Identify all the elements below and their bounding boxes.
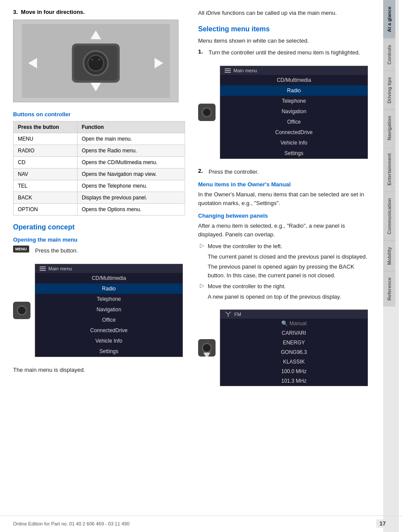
page-footer: Online Edition for Part no. 01 40 2 606 … xyxy=(0,515,402,528)
step1-num: 1. xyxy=(198,48,205,57)
function-cell: Opens the CD/Multimedia menu. xyxy=(77,157,185,168)
fm-menu-item: KLASSIK xyxy=(220,357,367,367)
fm-antenna-icon xyxy=(225,312,232,317)
press-button-text: Press the button. xyxy=(35,246,78,255)
right-menu-item: Office xyxy=(220,117,367,127)
changing-panels-title: Changing between panels xyxy=(198,212,370,219)
right-menu-item: Navigation xyxy=(220,106,367,117)
small-controller-center-left xyxy=(17,306,27,315)
fm-menu-items-container: 🔍ManualCARIVARIENERGYGONG96.3KLASSIK100.… xyxy=(220,319,367,386)
fm-menu-item: 🔍Manual xyxy=(220,319,367,328)
fm-menu-item: CARIVARI xyxy=(220,328,367,338)
function-cell: Opens the Options menu. xyxy=(77,204,185,215)
button-cell: CD xyxy=(13,157,78,168)
main-menu-displayed-text: The main menu is displayed. xyxy=(13,366,185,374)
menu-items-owners-title: Menu items in the Owner's Manual xyxy=(198,181,370,188)
small-controller-fm xyxy=(198,339,216,357)
bullet1-main-text: Move the controller to the left. xyxy=(208,242,370,251)
fm-menu-item: 101.3 MHz xyxy=(220,376,367,386)
bullet1-sub2-text: The previous panel is opened again by pr… xyxy=(208,263,370,279)
buttons-section-title: Buttons on controller xyxy=(13,111,185,118)
footer-text: Online Edition for Part no. 01 40 2 606 … xyxy=(13,521,129,526)
left-menu-item: Navigation xyxy=(35,304,182,315)
step1-item: 1. Turn the controller until the desired… xyxy=(198,48,370,57)
button-cell: NAV xyxy=(13,168,78,180)
fm-menu-item: ENERGY xyxy=(220,338,367,347)
button-cell: BACK xyxy=(13,192,78,204)
left-menu-item: CD/Multimedia xyxy=(35,273,182,283)
button-cell: TEL xyxy=(13,180,78,192)
small-controller-right xyxy=(198,104,216,121)
controller-svg xyxy=(22,24,170,98)
function-cell: Opens the Telephone menu. xyxy=(77,180,185,192)
sidebar-tabs: At a glanceControlsDriving tipsNavigatio… xyxy=(383,0,399,532)
right-menu-item: ConnectedDrive xyxy=(220,127,367,138)
table-row: RADIOOpens the Radio menu. xyxy=(13,145,185,157)
left-menu-items-container: CD/MultimediaRadioTelephoneNavigationOff… xyxy=(35,273,182,357)
menu-items-owners-text: In the Owner's Manual, menu items that c… xyxy=(198,190,370,207)
sidebar-tab-mobility[interactable]: Mobility xyxy=(383,240,395,271)
operating-concept-title: Operating concept xyxy=(13,223,185,231)
step3-number: 3. xyxy=(13,9,18,15)
button-cell: OPTION xyxy=(13,204,78,215)
function-cell: Opens the Navigation map view. xyxy=(77,168,185,180)
function-cell: Opens the Radio menu. xyxy=(77,145,185,157)
button-cell: RADIO xyxy=(13,145,78,157)
table-header-function: Function xyxy=(77,121,185,133)
left-menu-item: ConnectedDrive xyxy=(35,325,182,336)
right-menu-item: Telephone xyxy=(220,96,367,106)
sidebar-tab-communication[interactable]: Communication xyxy=(383,192,395,240)
left-menu-item: Office xyxy=(35,315,182,325)
button-cell: MENU xyxy=(13,133,78,145)
controller-image xyxy=(13,20,179,102)
sidebar-tab-reference[interactable]: Reference xyxy=(383,271,395,306)
sidebar-tab-at-a-glance[interactable]: At a glance xyxy=(383,0,395,38)
fm-menu-mockup: FM 🔍ManualCARIVARIENERGYGONG96.3KLASSIK1… xyxy=(220,310,368,386)
main-menu-left-area: Main menu CD/MultimediaRadioTelephoneNav… xyxy=(13,259,185,361)
button-table: Press the button Function MENUOpen the m… xyxy=(13,121,185,215)
fm-menu-area: FM 🔍ManualCARIVARIENERGYGONG96.3KLASSIK1… xyxy=(198,305,370,391)
menu-button-icon: MENU xyxy=(13,246,29,253)
main-menu-mockup-right: Main menu CD/MultimediaRadioTelephoneNav… xyxy=(220,66,368,159)
bullet1-item: ▷ Move the controller to the left. The c… xyxy=(198,242,370,279)
function-cell: Open the main menu. xyxy=(77,133,185,145)
changing-panels-text: After a menu item is selected, e.g., "Ra… xyxy=(198,222,370,239)
step3-text: Move in four directions. xyxy=(21,9,85,15)
svg-point-6 xyxy=(98,59,100,61)
bullet2-arrow: ▷ xyxy=(200,282,204,301)
left-menu-item: Settings xyxy=(35,346,182,357)
bullet2-main-text: Move the controller to the right. xyxy=(208,282,341,291)
menu-title-left: Main menu xyxy=(48,266,72,271)
left-menu-item: Radio xyxy=(35,283,182,294)
table-row: BACKDisplays the previous panel. xyxy=(13,192,185,204)
menu-title-right: Main menu xyxy=(233,68,257,73)
step3-label: 3. Move in four directions. xyxy=(13,9,185,15)
selecting-menu-title: Selecting menu items xyxy=(198,25,370,33)
bullet1-arrow: ▷ xyxy=(200,242,204,279)
sidebar-tab-driving-tips[interactable]: Driving tips xyxy=(383,71,395,110)
step2-item: 2. Press the controller. xyxy=(198,168,370,176)
step2-text: Press the controller. xyxy=(209,168,259,176)
selecting-menu-text: Menu items shown in white can be selecte… xyxy=(198,37,370,45)
sidebar-tab-navigation[interactable]: Navigation xyxy=(383,109,395,146)
small-controller-center-fm xyxy=(202,343,212,353)
small-controller-center-right xyxy=(202,108,212,117)
main-menu-right-area: Main menu CD/MultimediaRadioTelephoneNav… xyxy=(198,61,370,163)
table-row: OPTIONOpens the Options menu. xyxy=(13,204,185,215)
right-menu-item: Settings xyxy=(220,148,367,158)
left-menu-item: Vehicle Info xyxy=(35,336,182,346)
menu-title-bar-right: Main menu xyxy=(220,66,367,75)
fm-title-bar: FM xyxy=(220,310,367,319)
sidebar-tab-controls[interactable]: Controls xyxy=(383,38,395,71)
table-row: MENUOpen the main menu. xyxy=(13,133,185,145)
left-menu-item: Telephone xyxy=(35,294,182,304)
fm-menu-item: GONG96.3 xyxy=(220,347,367,357)
right-menu-item: Radio xyxy=(220,85,367,96)
table-row: TELOpens the Telephone menu. xyxy=(13,180,185,192)
table-row: NAVOpens the Navigation map view. xyxy=(13,168,185,180)
sidebar-tab-entertainment[interactable]: Entertainment xyxy=(383,147,395,192)
right-menu-items-container: CD/MultimediaRadioTelephoneNavigationOff… xyxy=(220,75,367,158)
table-row: CDOpens the CD/Multimedia menu. xyxy=(13,157,185,168)
svg-line-13 xyxy=(226,312,228,314)
svg-point-5 xyxy=(91,59,93,61)
